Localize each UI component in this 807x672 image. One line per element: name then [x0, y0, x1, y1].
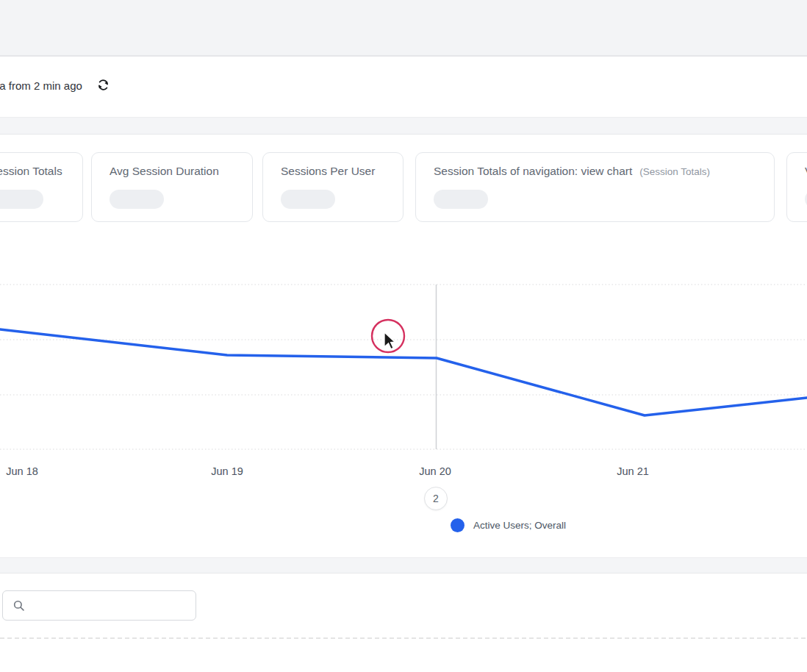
- mouse-cursor-icon: [384, 332, 395, 349]
- x-tick-jun-18: Jun 18: [6, 465, 38, 477]
- metric-card-session-totals-of-event[interactable]: Session Totals of navigation: view chart…: [415, 152, 775, 222]
- bottom-section-divider: [0, 637, 807, 639]
- metric-value-skeleton: [110, 190, 164, 209]
- legend-series-label: Active Users; Overall: [473, 520, 566, 531]
- search-icon: [12, 599, 26, 612]
- metric-value-skeleton: [281, 190, 335, 209]
- metric-card-sessions-per-user[interactable]: Sessions Per User: [262, 152, 404, 222]
- chart-legend-item[interactable]: Active Users; Overall: [451, 518, 566, 532]
- top-header-band: [0, 0, 807, 57]
- metric-value-skeleton: [434, 190, 488, 209]
- metric-card-title: Avg Session Duration: [110, 165, 219, 178]
- search-box[interactable]: [2, 590, 196, 621]
- metric-card-session-totals[interactable]: Session Totals: [0, 152, 83, 222]
- chart-gridlines: [0, 285, 807, 449]
- collapsed-panel-strip-top: [0, 117, 807, 135]
- data-freshness-status: Data from 2 min ago: [0, 79, 82, 92]
- collapsed-panel-strip-bottom: [0, 557, 807, 573]
- metric-card-title: Session Totals of navigation: view chart: [434, 165, 632, 178]
- x-tick-jun-21: Jun 21: [617, 465, 649, 477]
- metric-card-clipped-right[interactable]: V: [786, 152, 807, 222]
- refresh-icon: [96, 78, 110, 94]
- annotation-count-badge[interactable]: 2: [424, 487, 448, 510]
- metric-card-title: Sessions Per User: [281, 165, 375, 178]
- metric-card-avg-session-duration[interactable]: Avg Session Duration: [91, 152, 253, 222]
- x-tick-jun-19: Jun 19: [211, 465, 243, 477]
- x-tick-jun-20: Jun 20: [419, 465, 451, 477]
- metric-value-skeleton: [0, 190, 43, 209]
- metric-card-subtitle: (Session Totals): [639, 166, 710, 177]
- line-chart-canvas[interactable]: [0, 279, 807, 460]
- legend-series-dot-icon: [451, 518, 465, 532]
- refresh-button[interactable]: [94, 77, 112, 95]
- metric-card-title: Session Totals: [0, 165, 62, 178]
- search-input[interactable]: [32, 600, 188, 612]
